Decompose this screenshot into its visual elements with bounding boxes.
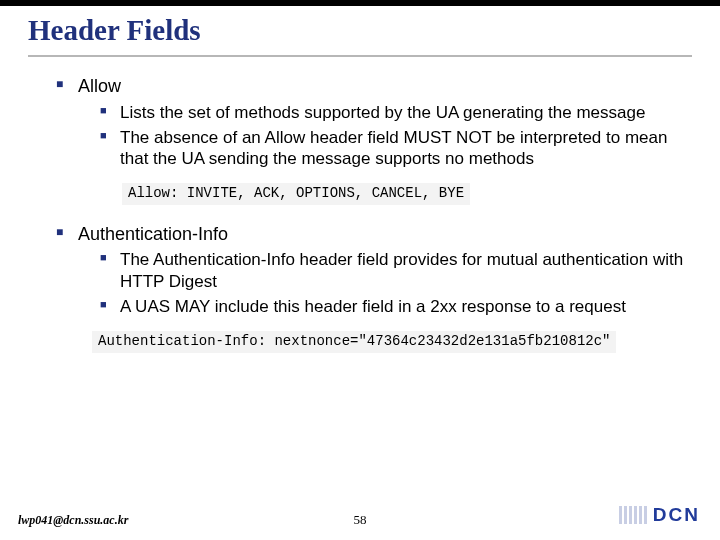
bullet-item: The absence of an Allow header field MUS…	[100, 127, 684, 170]
logo-text: DCN	[653, 504, 700, 526]
section-auth-info: Authentication-Info The Authentication-I…	[56, 223, 684, 317]
section-allow: Allow Lists the set of methods supported…	[56, 75, 684, 169]
footer-email: lwp041@dcn.ssu.ac.kr	[18, 513, 128, 528]
bullet-item: Lists the set of methods supported by th…	[100, 102, 684, 123]
code-block-auth-info: Authentication-Info: nextnonce="47364c23…	[92, 331, 616, 353]
footer: lwp041@dcn.ssu.ac.kr 58 DCN	[0, 502, 720, 528]
section-heading: Allow	[78, 76, 121, 96]
footer-page-number: 58	[354, 512, 367, 528]
slide: Header Fields Allow Lists the set of met…	[0, 0, 720, 540]
slide-body: Allow Lists the set of methods supported…	[0, 57, 720, 371]
section-heading: Authentication-Info	[78, 224, 228, 244]
dcn-logo: DCN	[619, 504, 700, 526]
slide-title: Header Fields	[0, 0, 720, 53]
top-bar	[0, 0, 720, 6]
logo-bars-icon	[619, 506, 647, 524]
bullet-item: The Authentication-Info header field pro…	[100, 249, 684, 292]
code-block-allow: Allow: INVITE, ACK, OPTIONS, CANCEL, BYE	[122, 183, 470, 205]
bullet-item: A UAS MAY include this header field in a…	[100, 296, 684, 317]
